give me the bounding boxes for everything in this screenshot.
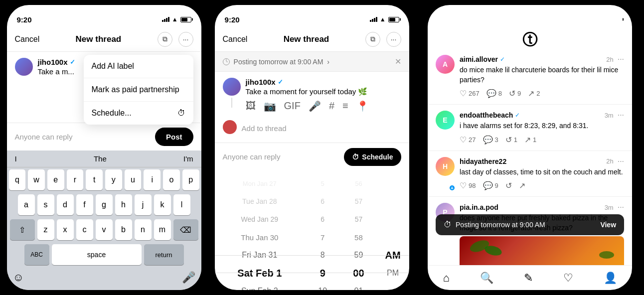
dropdown-item-schedule[interactable]: Schedule... ⏱ bbox=[84, 102, 193, 125]
key-return[interactable]: return bbox=[144, 244, 184, 265]
minute-column[interactable]: 56 57 57 58 59 00 01 02 03 04 bbox=[340, 170, 376, 290]
key-f[interactable]: f bbox=[76, 194, 93, 215]
min-item-4: 59 bbox=[340, 246, 376, 264]
like-action-3[interactable]: ♡ 98 bbox=[460, 181, 476, 190]
key-c[interactable]: c bbox=[76, 219, 93, 240]
key-o[interactable]: o bbox=[163, 169, 180, 190]
suggestion-1[interactable]: I bbox=[15, 154, 17, 163]
ampm-column[interactable]: AM PM bbox=[377, 170, 409, 290]
nav-profile-icon[interactable]: 👤 bbox=[604, 272, 617, 285]
format-icon[interactable]: ≡ bbox=[342, 100, 348, 112]
like-action-1[interactable]: ♡ 267 bbox=[460, 89, 480, 98]
heart-icon-3: ♡ bbox=[460, 181, 467, 190]
nav-heart-icon[interactable]: ♡ bbox=[563, 272, 573, 285]
dropdown-item-partnership[interactable]: Mark as paid partnership bbox=[84, 78, 193, 102]
key-p[interactable]: p bbox=[182, 169, 199, 190]
post-toolbar-2: 🖼 📷 GIF 🎤 # ≡ 📍 bbox=[246, 100, 401, 112]
key-i[interactable]: i bbox=[144, 169, 161, 190]
min-items: 56 57 57 58 59 00 01 02 03 04 bbox=[340, 170, 376, 290]
key-abc[interactable]: ABC bbox=[24, 244, 49, 265]
phone-1: 9:20 ▲ Cancel New thread ⧉ ··· bbox=[7, 5, 201, 290]
key-d[interactable]: d bbox=[57, 194, 74, 215]
nav-home-icon[interactable]: ⌂ bbox=[443, 272, 450, 285]
key-n[interactable]: n bbox=[135, 219, 152, 240]
copy-icon-2[interactable]: ⧉ bbox=[365, 32, 380, 47]
feed-more-1[interactable]: ··· bbox=[618, 55, 624, 64]
key-g[interactable]: g bbox=[96, 194, 113, 215]
key-e[interactable]: e bbox=[47, 169, 64, 190]
repost-action-3[interactable]: ↺ bbox=[505, 181, 512, 190]
key-shift[interactable]: ⇧ bbox=[10, 219, 35, 240]
share-action-2[interactable]: ↗ 1 bbox=[524, 135, 536, 145]
more-icon-2[interactable]: ··· bbox=[386, 32, 401, 47]
key-x[interactable]: x bbox=[57, 219, 74, 240]
key-r[interactable]: r bbox=[67, 169, 84, 190]
key-t[interactable]: t bbox=[86, 169, 103, 190]
avatar-col-1 bbox=[15, 58, 33, 76]
schedule-button[interactable]: ⏱ Schedule bbox=[344, 148, 401, 166]
key-m[interactable]: m bbox=[154, 219, 171, 240]
copy-icon-1[interactable]: ⧉ bbox=[158, 32, 172, 47]
key-v[interactable]: v bbox=[96, 219, 113, 240]
key-u[interactable]: u bbox=[125, 169, 142, 190]
share-action-3[interactable]: ↗ bbox=[519, 181, 525, 190]
date-item-1: Tue Jan 28 bbox=[215, 192, 305, 210]
repost-count-1: 9 bbox=[517, 90, 521, 97]
mic-button[interactable]: 🎤 bbox=[178, 269, 199, 286]
key-k[interactable]: k bbox=[154, 194, 171, 215]
comment-action-3[interactable]: 💬 9 bbox=[483, 181, 498, 190]
repost-action-1[interactable]: ↺ 9 bbox=[509, 89, 521, 98]
emoji-button[interactable]: ☺ bbox=[9, 269, 28, 286]
feed-more-2[interactable]: ··· bbox=[618, 111, 624, 120]
toast-view-button[interactable]: View bbox=[600, 221, 616, 229]
feed-post-header-3: hidayathere22 2h ··· bbox=[460, 157, 624, 166]
schedule-banner[interactable]: Posting tomorrow at 9:00 AM › ✕ bbox=[215, 52, 409, 72]
gif-icon[interactable]: GIF bbox=[284, 100, 301, 112]
add-thread-text[interactable]: Add to thread bbox=[242, 120, 295, 137]
key-space[interactable]: space bbox=[52, 244, 142, 265]
image-icon[interactable]: 🖼 bbox=[246, 100, 256, 112]
share-action-1[interactable]: ↗ 2 bbox=[528, 89, 540, 98]
thread-post-area-2: jiho100x ✓ Take a moment for yourself to… bbox=[215, 72, 409, 118]
suggestion-3[interactable]: I'm bbox=[183, 154, 193, 163]
nav-search-icon[interactable]: 🔍 bbox=[480, 272, 493, 285]
key-y[interactable]: y bbox=[105, 169, 122, 190]
key-q[interactable]: q bbox=[9, 169, 26, 190]
hashtag-icon[interactable]: # bbox=[329, 100, 334, 112]
like-action-2[interactable]: ♡ 27 bbox=[460, 135, 476, 145]
key-l[interactable]: l bbox=[173, 194, 190, 215]
post-button[interactable]: Post bbox=[155, 128, 193, 146]
hour-item-3: 7 bbox=[305, 228, 340, 246]
camera-icon[interactable]: 📷 bbox=[264, 100, 276, 112]
key-b[interactable]: b bbox=[115, 219, 132, 240]
feed-more-4[interactable]: ··· bbox=[618, 203, 624, 212]
min-item-selected: 00 bbox=[340, 264, 376, 282]
schedule-banner-text: Posting tomorrow at 9:00 AM bbox=[234, 58, 323, 66]
key-w[interactable]: w bbox=[28, 169, 45, 190]
suggestion-2[interactable]: The bbox=[94, 154, 107, 163]
key-h[interactable]: h bbox=[115, 194, 132, 215]
status-bar-2: 9:20 ▲ bbox=[215, 5, 409, 27]
key-z[interactable]: z bbox=[37, 219, 54, 240]
cancel-button-2[interactable]: Cancel bbox=[223, 35, 248, 44]
repost-action-2[interactable]: ↺ 1 bbox=[505, 135, 517, 145]
feed-actions-1: ♡ 267 💬 8 ↺ 9 ↗ 2 bbox=[460, 89, 624, 98]
key-s[interactable]: s bbox=[37, 194, 54, 215]
key-j[interactable]: j bbox=[135, 194, 152, 215]
more-icon-1[interactable]: ··· bbox=[178, 32, 193, 47]
date-column[interactable]: Mon Jan 27 Tue Jan 28 Wed Jan 29 Thu Jan… bbox=[215, 170, 305, 290]
signal-bar-3-1 bbox=[593, 20, 594, 22]
close-banner-button[interactable]: ✕ bbox=[395, 57, 401, 66]
key-backspace[interactable]: ⌫ bbox=[173, 219, 198, 240]
feed-more-3[interactable]: ··· bbox=[618, 157, 624, 166]
cancel-button-1[interactable]: Cancel bbox=[15, 35, 40, 44]
key-a[interactable]: a bbox=[18, 194, 35, 215]
comment-action-1[interactable]: 💬 8 bbox=[486, 89, 502, 98]
hour-column[interactable]: 5 6 6 7 8 9 10 11 12 1 bbox=[305, 170, 340, 290]
mic-icon-toolbar[interactable]: 🎤 bbox=[309, 100, 321, 112]
nav-compose-icon[interactable]: ✎ bbox=[524, 272, 533, 285]
hour-item-6: 10 bbox=[305, 282, 340, 290]
comment-action-2[interactable]: 💬 3 bbox=[483, 135, 498, 145]
dropdown-item-ai[interactable]: Add AI label bbox=[84, 55, 193, 78]
location-icon[interactable]: 📍 bbox=[356, 100, 369, 112]
